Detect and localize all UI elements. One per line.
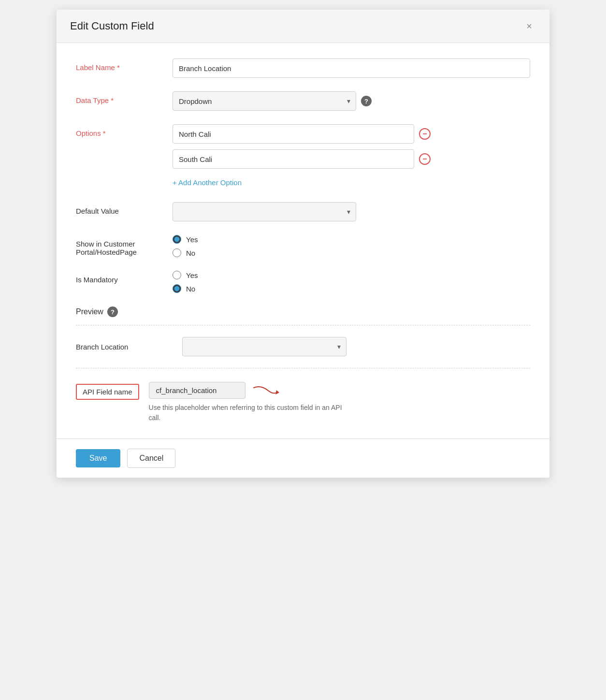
option-row-2: − (173, 149, 530, 169)
option-input-1[interactable] (173, 124, 414, 144)
show-portal-yes-text: Yes (186, 235, 198, 244)
is-mandatory-no-text: No (186, 285, 195, 293)
modal-footer: Save Cancel (57, 438, 549, 478)
preview-section: Preview ? Branch Location North Cali Sou… (76, 306, 530, 368)
api-value-row: cf_branch_location (149, 382, 342, 399)
remove-option-1-button[interactable]: − (419, 128, 431, 140)
is-mandatory-no-label[interactable]: No (173, 284, 198, 293)
show-portal-label: Show in Customer Portal/HostedPage (76, 235, 173, 256)
remove-icon-2: − (419, 153, 431, 165)
data-type-label: Data Type * (76, 91, 173, 104)
svg-marker-0 (275, 390, 279, 394)
option-row-1: − (173, 124, 530, 144)
show-portal-yes-label[interactable]: Yes (173, 235, 198, 244)
api-section: API Field name cf_branch_location Use th… (76, 382, 530, 423)
is-mandatory-label: Is Mandatory (76, 271, 173, 284)
default-value-row: Default Value North Cali South Cali (76, 202, 530, 221)
label-name-input[interactable] (173, 58, 530, 78)
preview-field-label: Branch Location (76, 343, 173, 351)
options-row: Options * − − + Add Another Option (76, 124, 530, 189)
label-name-row: Label Name * (76, 58, 530, 78)
options-container: − − + Add Another Option (173, 124, 530, 189)
is-mandatory-yes-radio[interactable] (173, 271, 181, 279)
preview-select-wrapper: North Cali South Cali (182, 337, 346, 356)
default-value-control: North Cali South Cali (173, 202, 530, 221)
show-portal-row: Show in Customer Portal/HostedPage Yes N… (76, 235, 530, 257)
data-type-row: Data Type * Dropdown Text Number Date Ch… (76, 91, 530, 111)
add-option-button[interactable]: + Add Another Option (173, 176, 530, 189)
is-mandatory-row: Is Mandatory Yes No (76, 271, 530, 293)
edit-custom-field-modal: Edit Custom Field × Label Name * Data Ty… (57, 10, 549, 478)
preview-help-icon[interactable]: ? (107, 306, 118, 317)
close-button[interactable]: × (522, 19, 536, 33)
modal-header: Edit Custom Field × (57, 10, 549, 43)
options-label: Options * (76, 124, 173, 137)
preview-label-row: Preview ? (76, 306, 530, 317)
show-portal-no-text: No (186, 249, 195, 257)
preview-select[interactable]: North Cali South Cali (182, 337, 346, 356)
arrow-svg (251, 384, 280, 397)
label-name-control (173, 58, 530, 78)
preview-content: Branch Location North Cali South Cali (76, 325, 530, 368)
preview-label: Preview (76, 307, 103, 316)
show-portal-yes-radio[interactable] (173, 235, 181, 244)
remove-icon-1: − (419, 128, 431, 140)
modal-title: Edit Custom Field (70, 20, 154, 32)
is-mandatory-radio-group: Yes No (173, 271, 198, 293)
is-mandatory-yes-text: Yes (186, 271, 198, 279)
show-portal-control: Yes No (173, 235, 530, 257)
api-value-container: cf_branch_location Use this placeholder … (149, 382, 342, 423)
default-value-label: Default Value (76, 202, 173, 215)
modal-body: Label Name * Data Type * Dropdown Text N… (57, 43, 549, 438)
data-type-control: Dropdown Text Number Date Checkbox ? (173, 91, 530, 111)
api-description: Use this placeholder when referring to t… (149, 403, 342, 423)
cancel-button[interactable]: Cancel (127, 449, 175, 468)
default-value-select-wrapper: North Cali South Cali (173, 202, 356, 221)
api-arrow-icon (251, 384, 280, 397)
data-type-select[interactable]: Dropdown Text Number Date Checkbox (173, 91, 356, 111)
remove-option-2-button[interactable]: − (419, 153, 431, 165)
save-button[interactable]: Save (76, 449, 120, 467)
api-value-box: cf_branch_location (149, 382, 245, 399)
show-portal-no-label[interactable]: No (173, 248, 198, 257)
api-field-name-label: API Field name (76, 384, 139, 400)
data-type-help-icon[interactable]: ? (361, 96, 372, 106)
is-mandatory-yes-label[interactable]: Yes (173, 271, 198, 279)
label-name-label: Label Name * (76, 58, 173, 72)
data-type-select-wrapper: Dropdown Text Number Date Checkbox (173, 91, 356, 111)
default-value-select[interactable]: North Cali South Cali (173, 202, 356, 221)
show-portal-no-radio[interactable] (173, 248, 181, 257)
show-portal-radio-group: Yes No (173, 235, 198, 257)
is-mandatory-control: Yes No (173, 271, 530, 293)
is-mandatory-no-radio[interactable] (173, 284, 181, 293)
option-input-2[interactable] (173, 149, 414, 169)
